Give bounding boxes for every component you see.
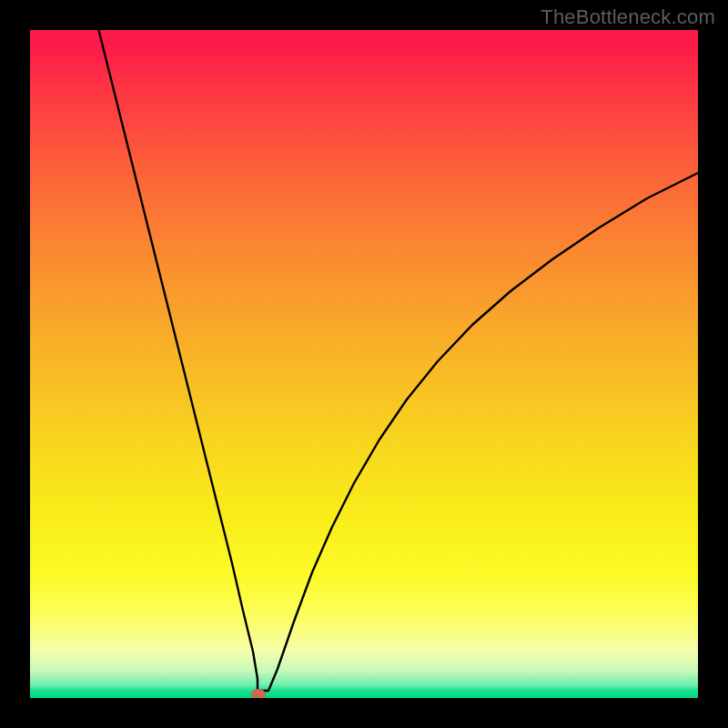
plot-area xyxy=(30,30,698,698)
chart-stage: TheBottleneck.com xyxy=(0,0,728,728)
watermark-text: TheBottleneck.com xyxy=(541,5,715,29)
bottleneck-curve xyxy=(96,30,698,691)
curve-layer xyxy=(30,30,698,698)
vertex-marker xyxy=(251,689,266,698)
